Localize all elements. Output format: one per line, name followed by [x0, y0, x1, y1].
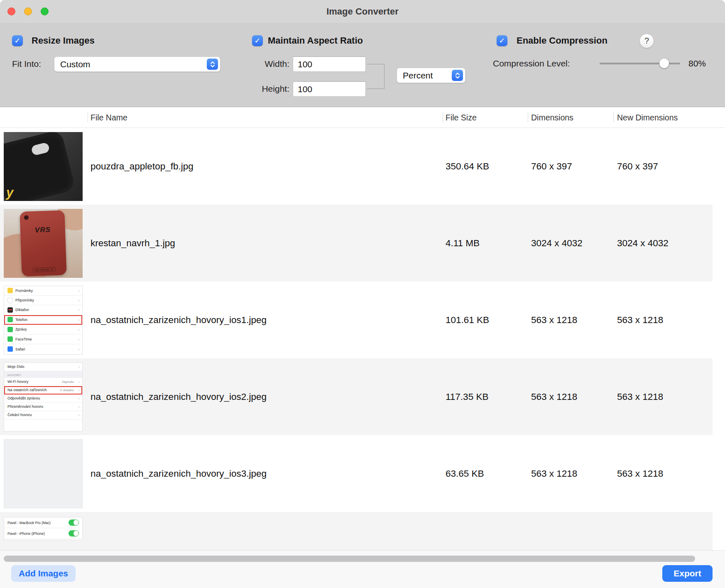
notes-app-icon	[7, 288, 13, 293]
thumbnail-ios-settings-list: Poznámky › Připomínky › Diktafon › Telef…	[4, 286, 83, 355]
window-title: Image Converter	[0, 6, 725, 17]
mini-row-value: Zapnuto	[62, 380, 75, 384]
help-button[interactable]: ?	[639, 34, 654, 48]
camera-hole-shape	[31, 142, 50, 155]
chevron-right-icon: ›	[78, 347, 80, 351]
mini-settings-row: Odpovědět zprávou ›	[4, 394, 82, 403]
mini-row-label: Zprávy	[15, 327, 27, 331]
file-dimensions: 563 x 1218	[531, 468, 577, 479]
mini-settings-row: Zprávy ›	[4, 325, 82, 334]
chevron-right-icon: ›	[78, 288, 80, 293]
mini-row-label: Safari	[15, 347, 25, 351]
width-label: Width:	[233, 59, 289, 69]
unit-select[interactable]: Percent	[397, 68, 465, 83]
file-name: krestan_navrh_1.jpg	[91, 238, 175, 249]
slider-knob[interactable]	[659, 59, 669, 68]
case-brand-text: VRS	[20, 225, 66, 235]
file-dimensions: 760 x 397	[531, 161, 572, 172]
fit-into-label: Fit Into:	[12, 59, 41, 69]
mini-settings-row: Diktafon ›	[4, 305, 82, 315]
chevron-right-icon: ›	[78, 298, 80, 303]
column-header-new-dimensions[interactable]: New Dimensions	[617, 113, 678, 122]
mini-row-label: Diktafon	[15, 308, 29, 312]
mini-row-label: Wi-Fi hovory	[7, 380, 29, 384]
column-separator	[88, 113, 88, 122]
table-row[interactable]: Moje číslo › HOVORY Wi-Fi hovory Zapnuto…	[0, 358, 713, 435]
thumbnail-blank	[4, 439, 83, 508]
chevron-right-icon: ›	[78, 404, 80, 409]
chevron-right-icon: ›	[78, 396, 80, 401]
messages-app-icon	[7, 327, 13, 332]
question-mark-icon: ?	[644, 36, 649, 46]
mini-toggle-row: Pavel - iPhone (iPhone)	[4, 528, 82, 539]
table-row[interactable]: Poznámky › Připomínky › Diktafon › Telef…	[0, 282, 713, 358]
column-header-file-name[interactable]: File Name	[91, 113, 127, 122]
enable-compression-checkbox[interactable]: ✓	[497, 35, 507, 46]
chevron-right-icon: ›	[78, 337, 80, 341]
file-name: pouzdra_appletop_fb.jpg	[91, 161, 193, 172]
mini-settings-row: Čekání hovoru ›	[4, 411, 82, 419]
titlebar: Image Converter	[0, 0, 725, 23]
phone-app-icon	[7, 317, 13, 322]
compression-level-label: Compression Level:	[493, 59, 570, 69]
table-row[interactable]: na_ostatnich_zarizenich_hovory_ios3.jpeg…	[0, 435, 713, 512]
chevron-right-icon: ›	[78, 365, 80, 369]
chevron-right-icon: ›	[78, 308, 80, 312]
horizontal-scrollbar[interactable]	[4, 556, 695, 562]
phone-case-shape	[4, 132, 76, 201]
column-separator	[443, 113, 443, 122]
table-row[interactable]: VRS OCTAVIA III krestan_navrh_1.jpg 4.11…	[0, 205, 713, 282]
mini-settings-row: Připomínky ›	[4, 296, 82, 305]
select-chevrons-icon	[207, 59, 218, 70]
unit-value: Percent	[403, 71, 433, 81]
file-new-dimensions: 3024 x 4032	[617, 238, 669, 249]
fit-into-select[interactable]: Custom	[54, 56, 220, 72]
mini-settings-row-highlighted: Na ostatních zařízeních V dosahu ›	[4, 386, 82, 394]
width-input[interactable]	[293, 56, 366, 72]
column-header-dimensions[interactable]: Dimensions	[531, 113, 573, 122]
height-input[interactable]	[293, 81, 366, 97]
check-icon: ✓	[499, 37, 505, 44]
export-button[interactable]: Export	[662, 565, 713, 582]
compression-slider[interactable]	[600, 58, 680, 69]
mini-row-label: Moje číslo	[7, 365, 24, 369]
resize-images-checkbox[interactable]: ✓	[12, 35, 23, 46]
mini-section-header: HOVORY	[4, 371, 82, 378]
file-new-dimensions: 563 x 1218	[617, 392, 663, 402]
compression-percent: 80%	[688, 59, 706, 69]
mini-settings-row-highlighted: Telefon ›	[4, 315, 82, 325]
mini-row-label: Čekání hovoru	[7, 413, 32, 417]
voice-memos-app-icon	[7, 307, 13, 313]
add-images-button[interactable]: Add Images	[11, 565, 76, 582]
column-header-file-size[interactable]: File Size	[446, 113, 477, 122]
mini-section-label: HOVORY	[7, 374, 21, 377]
mini-settings-row: Wi-Fi hovory Zapnuto ›	[4, 378, 82, 386]
file-dimensions: 563 x 1218	[531, 315, 577, 326]
mini-row-label: Pavel - MacBook Pro (Mac)	[7, 521, 51, 525]
toggle-on-icon	[69, 519, 79, 526]
enable-compression-label: Enable Compression	[517, 35, 607, 46]
toggle-knob	[73, 531, 79, 536]
file-name: na_ostatnich_zarizenich_hovory_ios2.jpeg	[91, 392, 267, 402]
red-phone-case-shape: VRS OCTAVIA III	[20, 210, 66, 277]
table-row[interactable]: Pavel - MacBook Pro (Mac) Pavel - iPhone…	[0, 512, 713, 550]
maintain-aspect-ratio-checkbox[interactable]: ✓	[252, 35, 263, 46]
safari-app-icon	[7, 346, 13, 352]
thumbnail-red-case-photo: VRS OCTAVIA III	[4, 209, 83, 278]
maintain-aspect-ratio-label: Maintain Aspect Ratio	[268, 35, 363, 46]
file-new-dimensions: 563 x 1218	[617, 315, 663, 326]
file-size: 63.65 KB	[446, 468, 484, 479]
column-separator	[528, 113, 528, 122]
toggle-knob	[73, 520, 79, 525]
fit-into-value: Custom	[60, 59, 90, 69]
camera-hole-shape	[24, 215, 29, 220]
file-new-dimensions: 563 x 1218	[617, 468, 663, 479]
mini-row-label: Přesměrování hovoru	[7, 404, 43, 409]
file-size: 4.11 MB	[446, 238, 480, 249]
table-row[interactable]: y pouzdra_appletop_fb.jpg 350.64 KB 760 …	[0, 128, 713, 205]
mini-settings-row: Přesměrování hovoru ›	[4, 403, 82, 411]
file-size: 101.61 KB	[446, 315, 489, 326]
toggle-on-icon	[69, 530, 79, 537]
file-dimensions: 563 x 1218	[531, 392, 577, 402]
mini-row-label: Připomínky	[15, 298, 34, 302]
